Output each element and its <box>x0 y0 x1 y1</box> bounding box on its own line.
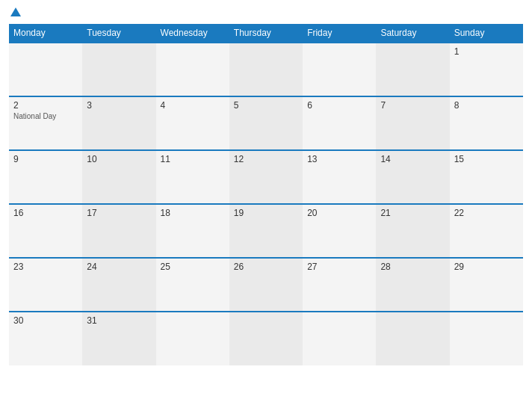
calendar-container: MondayTuesdayWednesdayThursdayFridaySatu… <box>0 0 532 411</box>
day-number: 24 <box>87 262 151 272</box>
day-cell <box>376 43 449 96</box>
day-number: 29 <box>454 262 519 272</box>
day-cell: 30 <box>9 312 82 365</box>
day-number: 16 <box>13 208 78 218</box>
day-number: 22 <box>454 208 519 218</box>
day-header-friday: Friday <box>303 24 376 43</box>
day-number: 6 <box>307 100 371 111</box>
day-header-sunday: Sunday <box>450 24 523 43</box>
day-number: 19 <box>234 208 298 218</box>
day-cell: 14 <box>376 150 449 204</box>
day-cell <box>303 43 376 96</box>
day-number: 17 <box>87 208 151 218</box>
week-row-4: 16171819202122 <box>9 204 523 258</box>
day-cell: 21 <box>376 204 449 258</box>
day-cell: 15 <box>450 150 523 204</box>
day-number: 3 <box>87 100 151 111</box>
day-cell: 20 <box>303 204 376 258</box>
day-cell: 8 <box>450 96 523 150</box>
day-cell: 17 <box>82 204 155 258</box>
day-number: 2 <box>13 100 78 111</box>
day-number: 15 <box>454 154 519 164</box>
day-cell <box>450 312 523 365</box>
day-cell: 1 <box>450 43 523 96</box>
day-number: 26 <box>234 262 298 272</box>
day-cell: 22 <box>450 204 523 258</box>
day-header-thursday: Thursday <box>229 24 303 43</box>
day-header-monday: Monday <box>9 24 82 43</box>
day-cell: 25 <box>156 258 229 312</box>
day-number: 8 <box>454 100 519 111</box>
day-cell: 5 <box>229 96 303 150</box>
day-cell: 13 <box>303 150 376 204</box>
calendar-header <box>9 7 523 18</box>
day-number: 1 <box>454 46 519 57</box>
calendar-table: MondayTuesdayWednesdayThursdayFridaySatu… <box>9 24 523 365</box>
day-number: 11 <box>161 154 225 164</box>
day-number: 14 <box>380 154 445 164</box>
day-cell: 7 <box>376 96 449 150</box>
day-cell <box>229 312 303 365</box>
day-number: 27 <box>307 262 371 272</box>
day-cell <box>156 312 229 365</box>
day-cell <box>303 312 376 365</box>
day-cell: 24 <box>82 258 155 312</box>
day-cell: 9 <box>9 150 82 204</box>
day-cell: 29 <box>450 258 523 312</box>
logo <box>9 7 21 18</box>
day-cell <box>229 43 303 96</box>
day-number: 4 <box>161 100 225 111</box>
day-number: 31 <box>87 315 151 326</box>
day-cell: 10 <box>82 150 155 204</box>
day-number: 10 <box>87 154 151 164</box>
day-event: National Day <box>13 112 78 120</box>
day-number: 13 <box>307 154 371 164</box>
day-cell: 26 <box>229 258 303 312</box>
day-cell <box>156 43 229 96</box>
week-row-5: 23242526272829 <box>9 258 523 312</box>
day-cell: 19 <box>229 204 303 258</box>
day-cell: 28 <box>376 258 449 312</box>
day-header-wednesday: Wednesday <box>156 24 229 43</box>
day-number: 12 <box>234 154 298 164</box>
day-cell: 3 <box>82 96 155 150</box>
day-header-saturday: Saturday <box>376 24 449 43</box>
day-number: 23 <box>13 262 78 272</box>
day-number: 9 <box>13 154 78 164</box>
day-cell: 27 <box>303 258 376 312</box>
week-row-1: 1 <box>9 43 523 96</box>
day-cell: 11 <box>156 150 229 204</box>
day-cell: 6 <box>303 96 376 150</box>
day-number: 7 <box>380 100 445 111</box>
day-cell: 12 <box>229 150 303 204</box>
day-cell <box>376 312 449 365</box>
day-cell: 31 <box>82 312 155 365</box>
day-header-tuesday: Tuesday <box>82 24 155 43</box>
week-row-2: 2National Day345678 <box>9 96 523 150</box>
day-number: 5 <box>234 100 298 111</box>
days-of-week-row: MondayTuesdayWednesdayThursdayFridaySatu… <box>9 24 523 43</box>
day-number: 30 <box>13 315 78 326</box>
day-number: 28 <box>380 262 445 272</box>
week-row-3: 9101112131415 <box>9 150 523 204</box>
day-cell: 4 <box>156 96 229 150</box>
day-number: 20 <box>307 208 371 218</box>
day-cell <box>9 43 82 96</box>
day-cell: 2National Day <box>9 96 82 150</box>
day-number: 18 <box>161 208 225 218</box>
logo-triangle-icon <box>10 7 21 16</box>
day-number: 21 <box>380 208 445 218</box>
day-cell: 23 <box>9 258 82 312</box>
day-cell: 16 <box>9 204 82 258</box>
day-number: 25 <box>161 262 225 272</box>
day-cell: 18 <box>156 204 229 258</box>
day-cell <box>82 43 155 96</box>
week-row-6: 3031 <box>9 312 523 365</box>
